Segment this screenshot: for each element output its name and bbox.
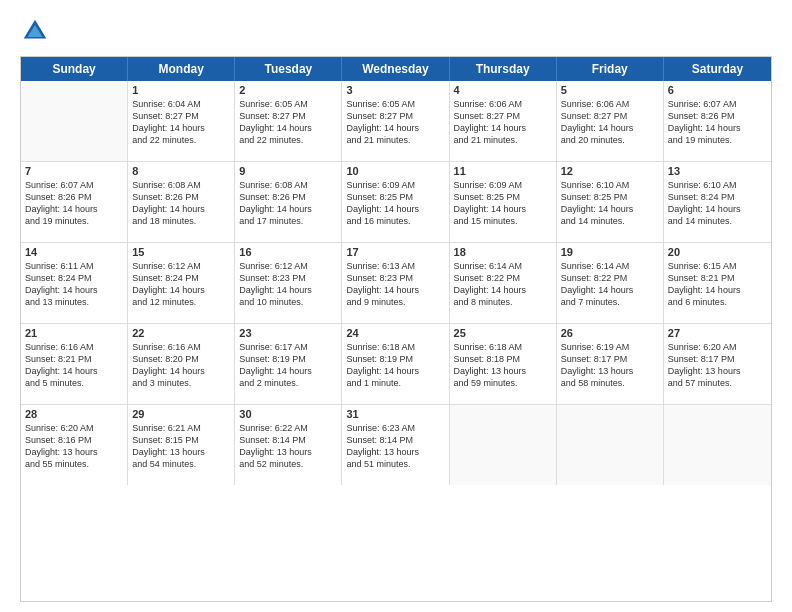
calendar: SundayMondayTuesdayWednesdayThursdayFrid… bbox=[20, 56, 772, 602]
day-cell-16: 16Sunrise: 6:12 AM Sunset: 8:23 PM Dayli… bbox=[235, 243, 342, 323]
day-cell-9: 9Sunrise: 6:08 AM Sunset: 8:26 PM Daylig… bbox=[235, 162, 342, 242]
day-number: 12 bbox=[561, 165, 659, 177]
day-info: Sunrise: 6:05 AM Sunset: 8:27 PM Dayligh… bbox=[346, 98, 444, 147]
day-cell-28: 28Sunrise: 6:20 AM Sunset: 8:16 PM Dayli… bbox=[21, 405, 128, 485]
day-cell-18: 18Sunrise: 6:14 AM Sunset: 8:22 PM Dayli… bbox=[450, 243, 557, 323]
day-number: 30 bbox=[239, 408, 337, 420]
day-number: 19 bbox=[561, 246, 659, 258]
week-row-2: 14Sunrise: 6:11 AM Sunset: 8:24 PM Dayli… bbox=[21, 243, 771, 324]
day-cell-5: 5Sunrise: 6:06 AM Sunset: 8:27 PM Daylig… bbox=[557, 81, 664, 161]
day-number: 25 bbox=[454, 327, 552, 339]
empty-cell bbox=[664, 405, 771, 485]
header-day-tuesday: Tuesday bbox=[235, 57, 342, 81]
header bbox=[20, 16, 772, 46]
week-row-0: 1Sunrise: 6:04 AM Sunset: 8:27 PM Daylig… bbox=[21, 81, 771, 162]
empty-cell bbox=[557, 405, 664, 485]
header-day-saturday: Saturday bbox=[664, 57, 771, 81]
day-number: 5 bbox=[561, 84, 659, 96]
day-info: Sunrise: 6:18 AM Sunset: 8:19 PM Dayligh… bbox=[346, 341, 444, 390]
day-info: Sunrise: 6:09 AM Sunset: 8:25 PM Dayligh… bbox=[454, 179, 552, 228]
day-info: Sunrise: 6:05 AM Sunset: 8:27 PM Dayligh… bbox=[239, 98, 337, 147]
day-cell-20: 20Sunrise: 6:15 AM Sunset: 8:21 PM Dayli… bbox=[664, 243, 771, 323]
day-number: 4 bbox=[454, 84, 552, 96]
day-cell-26: 26Sunrise: 6:19 AM Sunset: 8:17 PM Dayli… bbox=[557, 324, 664, 404]
day-info: Sunrise: 6:23 AM Sunset: 8:14 PM Dayligh… bbox=[346, 422, 444, 471]
day-info: Sunrise: 6:16 AM Sunset: 8:20 PM Dayligh… bbox=[132, 341, 230, 390]
day-info: Sunrise: 6:11 AM Sunset: 8:24 PM Dayligh… bbox=[25, 260, 123, 309]
header-day-thursday: Thursday bbox=[450, 57, 557, 81]
day-info: Sunrise: 6:07 AM Sunset: 8:26 PM Dayligh… bbox=[25, 179, 123, 228]
header-day-sunday: Sunday bbox=[21, 57, 128, 81]
day-info: Sunrise: 6:15 AM Sunset: 8:21 PM Dayligh… bbox=[668, 260, 767, 309]
day-cell-3: 3Sunrise: 6:05 AM Sunset: 8:27 PM Daylig… bbox=[342, 81, 449, 161]
day-cell-15: 15Sunrise: 6:12 AM Sunset: 8:24 PM Dayli… bbox=[128, 243, 235, 323]
day-info: Sunrise: 6:08 AM Sunset: 8:26 PM Dayligh… bbox=[132, 179, 230, 228]
day-number: 22 bbox=[132, 327, 230, 339]
day-cell-25: 25Sunrise: 6:18 AM Sunset: 8:18 PM Dayli… bbox=[450, 324, 557, 404]
calendar-body: 1Sunrise: 6:04 AM Sunset: 8:27 PM Daylig… bbox=[21, 81, 771, 485]
day-info: Sunrise: 6:16 AM Sunset: 8:21 PM Dayligh… bbox=[25, 341, 123, 390]
day-info: Sunrise: 6:12 AM Sunset: 8:23 PM Dayligh… bbox=[239, 260, 337, 309]
day-number: 6 bbox=[668, 84, 767, 96]
week-row-1: 7Sunrise: 6:07 AM Sunset: 8:26 PM Daylig… bbox=[21, 162, 771, 243]
day-number: 26 bbox=[561, 327, 659, 339]
day-number: 28 bbox=[25, 408, 123, 420]
day-cell-14: 14Sunrise: 6:11 AM Sunset: 8:24 PM Dayli… bbox=[21, 243, 128, 323]
day-info: Sunrise: 6:10 AM Sunset: 8:25 PM Dayligh… bbox=[561, 179, 659, 228]
day-number: 8 bbox=[132, 165, 230, 177]
day-cell-7: 7Sunrise: 6:07 AM Sunset: 8:26 PM Daylig… bbox=[21, 162, 128, 242]
day-info: Sunrise: 6:14 AM Sunset: 8:22 PM Dayligh… bbox=[454, 260, 552, 309]
day-number: 10 bbox=[346, 165, 444, 177]
day-number: 16 bbox=[239, 246, 337, 258]
day-info: Sunrise: 6:04 AM Sunset: 8:27 PM Dayligh… bbox=[132, 98, 230, 147]
day-cell-6: 6Sunrise: 6:07 AM Sunset: 8:26 PM Daylig… bbox=[664, 81, 771, 161]
day-number: 29 bbox=[132, 408, 230, 420]
day-cell-17: 17Sunrise: 6:13 AM Sunset: 8:23 PM Dayli… bbox=[342, 243, 449, 323]
day-info: Sunrise: 6:20 AM Sunset: 8:17 PM Dayligh… bbox=[668, 341, 767, 390]
calendar-header: SundayMondayTuesdayWednesdayThursdayFrid… bbox=[21, 57, 771, 81]
day-info: Sunrise: 6:10 AM Sunset: 8:24 PM Dayligh… bbox=[668, 179, 767, 228]
day-cell-21: 21Sunrise: 6:16 AM Sunset: 8:21 PM Dayli… bbox=[21, 324, 128, 404]
day-number: 13 bbox=[668, 165, 767, 177]
day-cell-24: 24Sunrise: 6:18 AM Sunset: 8:19 PM Dayli… bbox=[342, 324, 449, 404]
day-number: 7 bbox=[25, 165, 123, 177]
day-info: Sunrise: 6:22 AM Sunset: 8:14 PM Dayligh… bbox=[239, 422, 337, 471]
day-info: Sunrise: 6:14 AM Sunset: 8:22 PM Dayligh… bbox=[561, 260, 659, 309]
day-cell-30: 30Sunrise: 6:22 AM Sunset: 8:14 PM Dayli… bbox=[235, 405, 342, 485]
day-cell-22: 22Sunrise: 6:16 AM Sunset: 8:20 PM Dayli… bbox=[128, 324, 235, 404]
day-info: Sunrise: 6:08 AM Sunset: 8:26 PM Dayligh… bbox=[239, 179, 337, 228]
day-cell-1: 1Sunrise: 6:04 AM Sunset: 8:27 PM Daylig… bbox=[128, 81, 235, 161]
week-row-3: 21Sunrise: 6:16 AM Sunset: 8:21 PM Dayli… bbox=[21, 324, 771, 405]
day-info: Sunrise: 6:06 AM Sunset: 8:27 PM Dayligh… bbox=[561, 98, 659, 147]
day-info: Sunrise: 6:20 AM Sunset: 8:16 PM Dayligh… bbox=[25, 422, 123, 471]
day-cell-13: 13Sunrise: 6:10 AM Sunset: 8:24 PM Dayli… bbox=[664, 162, 771, 242]
day-cell-8: 8Sunrise: 6:08 AM Sunset: 8:26 PM Daylig… bbox=[128, 162, 235, 242]
day-number: 14 bbox=[25, 246, 123, 258]
day-number: 9 bbox=[239, 165, 337, 177]
day-info: Sunrise: 6:18 AM Sunset: 8:18 PM Dayligh… bbox=[454, 341, 552, 390]
day-number: 18 bbox=[454, 246, 552, 258]
day-info: Sunrise: 6:13 AM Sunset: 8:23 PM Dayligh… bbox=[346, 260, 444, 309]
empty-cell bbox=[21, 81, 128, 161]
day-cell-29: 29Sunrise: 6:21 AM Sunset: 8:15 PM Dayli… bbox=[128, 405, 235, 485]
day-info: Sunrise: 6:06 AM Sunset: 8:27 PM Dayligh… bbox=[454, 98, 552, 147]
header-day-friday: Friday bbox=[557, 57, 664, 81]
day-number: 11 bbox=[454, 165, 552, 177]
header-day-wednesday: Wednesday bbox=[342, 57, 449, 81]
logo bbox=[20, 16, 54, 46]
day-cell-23: 23Sunrise: 6:17 AM Sunset: 8:19 PM Dayli… bbox=[235, 324, 342, 404]
day-info: Sunrise: 6:21 AM Sunset: 8:15 PM Dayligh… bbox=[132, 422, 230, 471]
day-cell-2: 2Sunrise: 6:05 AM Sunset: 8:27 PM Daylig… bbox=[235, 81, 342, 161]
logo-icon bbox=[20, 16, 50, 46]
day-cell-4: 4Sunrise: 6:06 AM Sunset: 8:27 PM Daylig… bbox=[450, 81, 557, 161]
day-info: Sunrise: 6:07 AM Sunset: 8:26 PM Dayligh… bbox=[668, 98, 767, 147]
day-info: Sunrise: 6:17 AM Sunset: 8:19 PM Dayligh… bbox=[239, 341, 337, 390]
page: SundayMondayTuesdayWednesdayThursdayFrid… bbox=[0, 0, 792, 612]
day-info: Sunrise: 6:09 AM Sunset: 8:25 PM Dayligh… bbox=[346, 179, 444, 228]
day-cell-12: 12Sunrise: 6:10 AM Sunset: 8:25 PM Dayli… bbox=[557, 162, 664, 242]
day-number: 1 bbox=[132, 84, 230, 96]
day-number: 3 bbox=[346, 84, 444, 96]
day-cell-27: 27Sunrise: 6:20 AM Sunset: 8:17 PM Dayli… bbox=[664, 324, 771, 404]
empty-cell bbox=[450, 405, 557, 485]
day-cell-31: 31Sunrise: 6:23 AM Sunset: 8:14 PM Dayli… bbox=[342, 405, 449, 485]
